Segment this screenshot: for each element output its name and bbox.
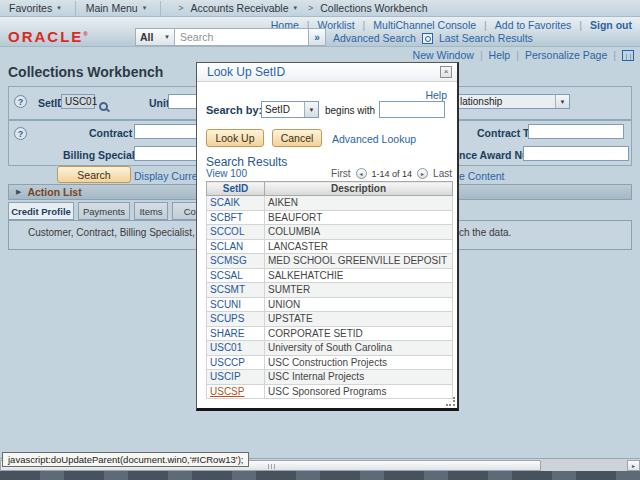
sign-out-link[interactable]: Sign out: [590, 19, 632, 31]
tab-payments[interactable]: Payments: [78, 202, 130, 220]
column-header-setid[interactable]: SetID: [207, 182, 265, 196]
chevron-down-icon: ▼: [555, 95, 569, 108]
personalize-content-link[interactable]: e Content: [459, 170, 505, 182]
results-table: SetID Description SCAIKAIKEN SCBFTBEAUFO…: [206, 181, 453, 399]
tab-items[interactable]: Items: [134, 202, 168, 220]
advanced-search-link[interactable]: Advanced Search: [333, 32, 416, 44]
help-link[interactable]: Help: [489, 49, 511, 61]
table-row[interactable]: SCBFTBEAUFORT: [207, 210, 453, 225]
tab-credit-profile[interactable]: Credit Profile: [8, 202, 74, 220]
help-icon[interactable]: ?: [14, 95, 27, 108]
divider: [160, 1, 161, 16]
begins-with-label: begins with: [325, 105, 375, 116]
table-row[interactable]: SCAIKAIKEN: [207, 196, 453, 211]
application-window: Favorites ▾ Main Menu ▾ > Accounts Recei…: [0, 0, 640, 480]
breadcrumb-separator-icon: >: [178, 3, 183, 13]
search-results-heading: Search Results: [206, 155, 287, 169]
search-input[interactable]: Search: [175, 28, 309, 46]
table-header-row: SetID Description: [207, 182, 453, 196]
search-button[interactable]: Search: [57, 166, 131, 183]
breadcrumb-favorites[interactable]: Favorites: [9, 2, 52, 14]
chevron-down-icon: ▼: [164, 34, 170, 40]
dialog-titlebar[interactable]: Look Up SetID ×: [197, 63, 457, 82]
personalize-layout-icon[interactable]: [622, 50, 634, 61]
info-text-continued: ch the data.: [459, 227, 511, 238]
status-bar-text: javascript:doUpdateParent(document.win0,…: [2, 452, 249, 467]
table-row[interactable]: USC01University of South Carolina: [207, 341, 453, 356]
search-scope-select[interactable]: All▼: [135, 28, 175, 46]
chevron-down-icon: ▼: [304, 102, 318, 117]
contract-label: Contract: [89, 127, 132, 139]
table-row[interactable]: SCSALSALKEHATCHIE: [207, 268, 453, 283]
cancel-button[interactable]: Cancel: [272, 129, 322, 147]
chevron-down-icon: ▾: [143, 4, 147, 12]
search-go-button[interactable]: »: [309, 28, 326, 46]
last-search-results-link[interactable]: Last Search Results: [439, 32, 533, 44]
previous-page-icon[interactable]: ◂: [356, 168, 367, 179]
dialog-title: Look Up SetID: [207, 65, 285, 79]
view-100-link[interactable]: View 100: [206, 168, 247, 179]
table-row[interactable]: SCUPSUPSTATE: [207, 312, 453, 327]
search-by-label: Search by:: [206, 104, 262, 116]
table-row[interactable]: SCSMTSUMTER: [207, 283, 453, 298]
scroll-right-arrow-icon[interactable]: ▸: [627, 460, 640, 471]
table-row[interactable]: SHARECORPORATE SETID: [207, 326, 453, 341]
table-row[interactable]: SCUNIUNION: [207, 297, 453, 312]
results-pagination: View 100 First ◂ 1-14 of 14 ▸ Last: [206, 168, 452, 179]
add-to-favorites-link[interactable]: Add to Favorites: [495, 19, 571, 31]
setid-field[interactable]: USC01: [61, 94, 95, 109]
begins-with-input[interactable]: [379, 101, 445, 118]
setid-lookup-icon[interactable]: [99, 102, 108, 111]
table-row[interactable]: SCCOLCOLUMBIA: [207, 225, 453, 240]
column-header-description[interactable]: Description: [265, 182, 453, 196]
divider: [75, 1, 76, 16]
close-icon[interactable]: ×: [440, 66, 452, 78]
chevron-down-icon: ▾: [294, 4, 298, 12]
table-row[interactable]: USCSPUSC Sponsored Programs: [207, 384, 453, 399]
lookup-button[interactable]: Look Up: [206, 129, 264, 147]
global-search: All▼ Search »: [135, 28, 326, 46]
hovered-setid-link: USCSP: [207, 384, 265, 399]
search-by-select[interactable]: SetID ▼: [261, 101, 319, 118]
last-search-results-icon: [422, 33, 433, 44]
breadcrumb-separator-icon: >: [308, 3, 313, 13]
first-link[interactable]: First: [331, 168, 350, 179]
breadcrumb-main-menu[interactable]: Main Menu: [86, 2, 138, 14]
advanced-lookup-link[interactable]: Advanced Lookup: [332, 133, 416, 145]
scrollbar-grip-icon: [268, 464, 276, 469]
action-list-label: Action List: [27, 186, 81, 198]
unit-label: Unit: [149, 97, 169, 109]
personalize-page-link[interactable]: Personalize Page: [525, 49, 607, 61]
breadcrumb-accounts-receivable[interactable]: Accounts Receivable: [190, 2, 288, 14]
dialog-help-link[interactable]: Help: [425, 89, 447, 101]
contract-type-field[interactable]: [528, 124, 624, 139]
new-window-link[interactable]: New Window: [413, 49, 474, 61]
multichannel-console-link[interactable]: MultiChannel Console: [373, 19, 476, 31]
page-links: New Window | Help | Personalize Page |: [413, 49, 634, 61]
expand-arrow-icon: ▶: [16, 188, 21, 196]
help-icon[interactable]: ?: [14, 127, 27, 140]
lookup-setid-dialog: Look Up SetID × Help Search by: SetID ▼ …: [196, 62, 459, 411]
display-currency-link[interactable]: Display Curren: [134, 170, 197, 182]
search-links: Advanced Search Last Search Results: [333, 32, 533, 44]
breadcrumb-collections-workbench: Collections Workbench: [320, 2, 427, 14]
last-link[interactable]: Last: [433, 168, 452, 179]
chevron-down-icon: ▾: [57, 4, 61, 12]
taskbar-strip: [0, 471, 640, 480]
table-row[interactable]: SCMSGMED SCHOOL GREENVILLE DEPOSIT: [207, 254, 453, 269]
next-page-icon[interactable]: ▸: [417, 168, 428, 179]
table-row[interactable]: USCIPUSC Internal Projects: [207, 370, 453, 385]
resize-handle[interactable]: [446, 397, 455, 406]
breadcrumb: Favorites ▾ Main Menu ▾ > Accounts Recei…: [0, 0, 640, 17]
table-row[interactable]: SCLANLANCASTER: [207, 239, 453, 254]
row-range: 1-14 of 14: [372, 169, 413, 179]
page-title: Collections Workbench: [8, 64, 163, 80]
reference-award-number-field[interactable]: [523, 146, 629, 161]
oracle-logo: ORACLE®: [8, 28, 88, 45]
table-row[interactable]: USCCPUSC Construction Projects: [207, 355, 453, 370]
